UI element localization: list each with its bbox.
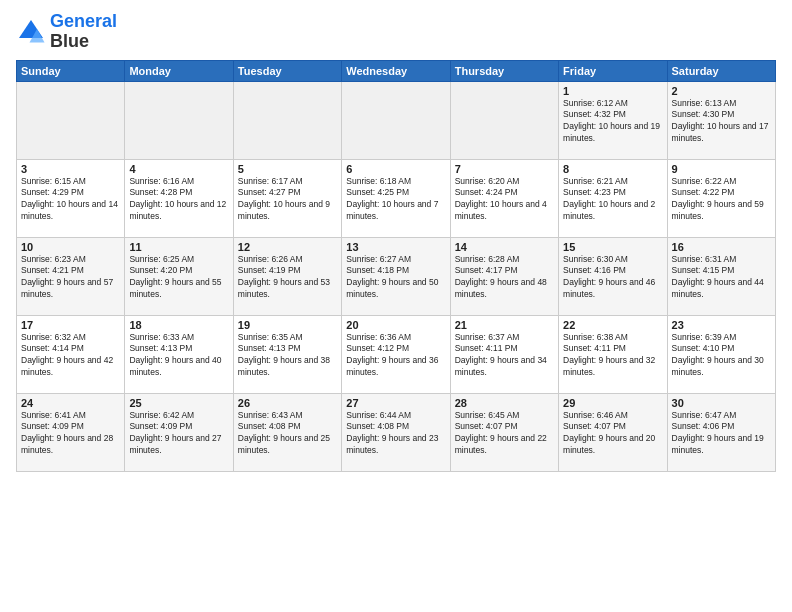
- day-cell: 6 Sunrise: 6:18 AMSunset: 4:25 PMDayligh…: [342, 159, 450, 237]
- day-cell: 15 Sunrise: 6:30 AMSunset: 4:16 PMDaylig…: [559, 237, 667, 315]
- week-row-1: 1 Sunrise: 6:12 AMSunset: 4:32 PMDayligh…: [17, 81, 776, 159]
- day-info: Sunrise: 6:22 AMSunset: 4:22 PMDaylight:…: [672, 176, 771, 224]
- day-cell: 22 Sunrise: 6:38 AMSunset: 4:11 PMDaylig…: [559, 315, 667, 393]
- day-info: Sunrise: 6:18 AMSunset: 4:25 PMDaylight:…: [346, 176, 445, 224]
- day-cell: 1 Sunrise: 6:12 AMSunset: 4:32 PMDayligh…: [559, 81, 667, 159]
- day-number: 12: [238, 241, 337, 253]
- day-cell: 13 Sunrise: 6:27 AMSunset: 4:18 PMDaylig…: [342, 237, 450, 315]
- day-info: Sunrise: 6:27 AMSunset: 4:18 PMDaylight:…: [346, 254, 445, 302]
- day-info: Sunrise: 6:15 AMSunset: 4:29 PMDaylight:…: [21, 176, 120, 224]
- day-number: 3: [21, 163, 120, 175]
- day-cell: 4 Sunrise: 6:16 AMSunset: 4:28 PMDayligh…: [125, 159, 233, 237]
- day-cell: 8 Sunrise: 6:21 AMSunset: 4:23 PMDayligh…: [559, 159, 667, 237]
- calendar-table: Sunday Monday Tuesday Wednesday Thursday…: [16, 60, 776, 472]
- day-info: Sunrise: 6:47 AMSunset: 4:06 PMDaylight:…: [672, 410, 771, 458]
- day-cell: [450, 81, 558, 159]
- day-number: 13: [346, 241, 445, 253]
- day-cell: 12 Sunrise: 6:26 AMSunset: 4:19 PMDaylig…: [233, 237, 341, 315]
- day-cell: 26 Sunrise: 6:43 AMSunset: 4:08 PMDaylig…: [233, 393, 341, 471]
- day-number: 29: [563, 397, 662, 409]
- day-number: 27: [346, 397, 445, 409]
- day-info: Sunrise: 6:35 AMSunset: 4:13 PMDaylight:…: [238, 332, 337, 380]
- day-info: Sunrise: 6:25 AMSunset: 4:20 PMDaylight:…: [129, 254, 228, 302]
- col-thursday: Thursday: [450, 60, 558, 81]
- day-number: 22: [563, 319, 662, 331]
- day-info: Sunrise: 6:43 AMSunset: 4:08 PMDaylight:…: [238, 410, 337, 458]
- day-cell: 23 Sunrise: 6:39 AMSunset: 4:10 PMDaylig…: [667, 315, 775, 393]
- header-row: Sunday Monday Tuesday Wednesday Thursday…: [17, 60, 776, 81]
- day-number: 6: [346, 163, 445, 175]
- logo-text: General Blue: [50, 12, 117, 52]
- col-monday: Monday: [125, 60, 233, 81]
- day-cell: 11 Sunrise: 6:25 AMSunset: 4:20 PMDaylig…: [125, 237, 233, 315]
- day-cell: 25 Sunrise: 6:42 AMSunset: 4:09 PMDaylig…: [125, 393, 233, 471]
- day-number: 23: [672, 319, 771, 331]
- day-info: Sunrise: 6:26 AMSunset: 4:19 PMDaylight:…: [238, 254, 337, 302]
- day-number: 4: [129, 163, 228, 175]
- day-info: Sunrise: 6:12 AMSunset: 4:32 PMDaylight:…: [563, 98, 662, 146]
- day-info: Sunrise: 6:44 AMSunset: 4:08 PMDaylight:…: [346, 410, 445, 458]
- day-cell: [17, 81, 125, 159]
- day-number: 25: [129, 397, 228, 409]
- day-number: 7: [455, 163, 554, 175]
- day-info: Sunrise: 6:36 AMSunset: 4:12 PMDaylight:…: [346, 332, 445, 380]
- day-cell: 10 Sunrise: 6:23 AMSunset: 4:21 PMDaylig…: [17, 237, 125, 315]
- day-info: Sunrise: 6:21 AMSunset: 4:23 PMDaylight:…: [563, 176, 662, 224]
- day-cell: 28 Sunrise: 6:45 AMSunset: 4:07 PMDaylig…: [450, 393, 558, 471]
- day-number: 1: [563, 85, 662, 97]
- day-info: Sunrise: 6:20 AMSunset: 4:24 PMDaylight:…: [455, 176, 554, 224]
- day-cell: 29 Sunrise: 6:46 AMSunset: 4:07 PMDaylig…: [559, 393, 667, 471]
- col-sunday: Sunday: [17, 60, 125, 81]
- day-number: 18: [129, 319, 228, 331]
- day-cell: 20 Sunrise: 6:36 AMSunset: 4:12 PMDaylig…: [342, 315, 450, 393]
- day-info: Sunrise: 6:16 AMSunset: 4:28 PMDaylight:…: [129, 176, 228, 224]
- day-info: Sunrise: 6:28 AMSunset: 4:17 PMDaylight:…: [455, 254, 554, 302]
- week-row-5: 24 Sunrise: 6:41 AMSunset: 4:09 PMDaylig…: [17, 393, 776, 471]
- day-number: 10: [21, 241, 120, 253]
- day-cell: 21 Sunrise: 6:37 AMSunset: 4:11 PMDaylig…: [450, 315, 558, 393]
- day-info: Sunrise: 6:17 AMSunset: 4:27 PMDaylight:…: [238, 176, 337, 224]
- day-cell: 7 Sunrise: 6:20 AMSunset: 4:24 PMDayligh…: [450, 159, 558, 237]
- day-cell: 14 Sunrise: 6:28 AMSunset: 4:17 PMDaylig…: [450, 237, 558, 315]
- day-cell: 5 Sunrise: 6:17 AMSunset: 4:27 PMDayligh…: [233, 159, 341, 237]
- day-number: 24: [21, 397, 120, 409]
- day-number: 21: [455, 319, 554, 331]
- week-row-3: 10 Sunrise: 6:23 AMSunset: 4:21 PMDaylig…: [17, 237, 776, 315]
- day-cell: 19 Sunrise: 6:35 AMSunset: 4:13 PMDaylig…: [233, 315, 341, 393]
- day-cell: [233, 81, 341, 159]
- day-info: Sunrise: 6:45 AMSunset: 4:07 PMDaylight:…: [455, 410, 554, 458]
- day-number: 19: [238, 319, 337, 331]
- header: General Blue: [16, 12, 776, 52]
- day-cell: 2 Sunrise: 6:13 AMSunset: 4:30 PMDayligh…: [667, 81, 775, 159]
- day-info: Sunrise: 6:31 AMSunset: 4:15 PMDaylight:…: [672, 254, 771, 302]
- day-info: Sunrise: 6:23 AMSunset: 4:21 PMDaylight:…: [21, 254, 120, 302]
- day-number: 2: [672, 85, 771, 97]
- day-number: 11: [129, 241, 228, 253]
- day-number: 8: [563, 163, 662, 175]
- day-cell: [125, 81, 233, 159]
- logo-icon: [16, 17, 46, 47]
- day-info: Sunrise: 6:32 AMSunset: 4:14 PMDaylight:…: [21, 332, 120, 380]
- day-cell: 30 Sunrise: 6:47 AMSunset: 4:06 PMDaylig…: [667, 393, 775, 471]
- day-number: 17: [21, 319, 120, 331]
- day-info: Sunrise: 6:38 AMSunset: 4:11 PMDaylight:…: [563, 332, 662, 380]
- col-wednesday: Wednesday: [342, 60, 450, 81]
- day-cell: 16 Sunrise: 6:31 AMSunset: 4:15 PMDaylig…: [667, 237, 775, 315]
- day-info: Sunrise: 6:42 AMSunset: 4:09 PMDaylight:…: [129, 410, 228, 458]
- week-row-4: 17 Sunrise: 6:32 AMSunset: 4:14 PMDaylig…: [17, 315, 776, 393]
- day-info: Sunrise: 6:37 AMSunset: 4:11 PMDaylight:…: [455, 332, 554, 380]
- day-number: 28: [455, 397, 554, 409]
- col-tuesday: Tuesday: [233, 60, 341, 81]
- day-number: 20: [346, 319, 445, 331]
- col-friday: Friday: [559, 60, 667, 81]
- day-info: Sunrise: 6:46 AMSunset: 4:07 PMDaylight:…: [563, 410, 662, 458]
- day-info: Sunrise: 6:33 AMSunset: 4:13 PMDaylight:…: [129, 332, 228, 380]
- day-number: 5: [238, 163, 337, 175]
- day-info: Sunrise: 6:39 AMSunset: 4:10 PMDaylight:…: [672, 332, 771, 380]
- day-number: 16: [672, 241, 771, 253]
- day-info: Sunrise: 6:13 AMSunset: 4:30 PMDaylight:…: [672, 98, 771, 146]
- day-cell: 24 Sunrise: 6:41 AMSunset: 4:09 PMDaylig…: [17, 393, 125, 471]
- day-number: 15: [563, 241, 662, 253]
- day-number: 9: [672, 163, 771, 175]
- day-cell: 17 Sunrise: 6:32 AMSunset: 4:14 PMDaylig…: [17, 315, 125, 393]
